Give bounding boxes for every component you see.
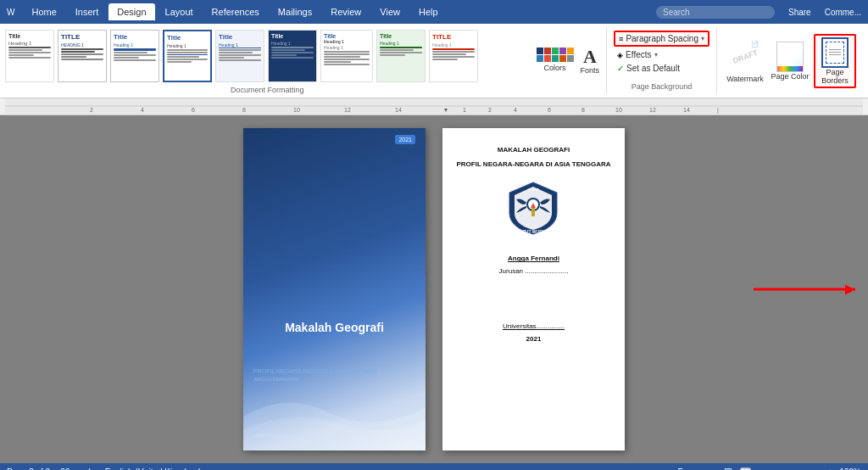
- search-input[interactable]: [656, 6, 775, 19]
- status-bar: Page 2 of 2 26 words English (United Kin…: [0, 463, 868, 470]
- zoom-out-button[interactable]: −: [759, 467, 764, 471]
- theme-thumb-1[interactable]: Title Heading 1: [5, 30, 54, 82]
- fonts-button[interactable]: A Fonts: [577, 48, 600, 75]
- page-info: Page 2 of 2: [7, 467, 50, 471]
- theme-thumbnails: Title Heading 1 TITLE HEADING: [5, 27, 530, 84]
- page-background-group: DRAFT 📄 Watermark Page Color: [717, 27, 863, 94]
- effects-label: Effects: [626, 50, 651, 59]
- tab-view[interactable]: View: [371, 3, 409, 20]
- svg-text:6: 6: [192, 107, 195, 113]
- inner-university: Universitas...............: [503, 322, 565, 330]
- page-color-label: Page Color: [771, 72, 809, 81]
- theme-thumb-2[interactable]: TITLE HEADING 1: [58, 30, 107, 82]
- cover-main-title: Makalah Geografi: [253, 321, 415, 334]
- ruler: 2 4 6 8 10 12 14 ▼ 1 2 4 6 8 10 12 14 |: [0, 98, 868, 115]
- tab-layout[interactable]: Layout: [157, 3, 202, 20]
- theme-thumb-3[interactable]: Title Heading 1: [110, 30, 159, 82]
- theme-thumb-4[interactable]: Title Heading 1: [163, 30, 212, 82]
- svg-text:14: 14: [683, 107, 690, 113]
- doc-formatting-label: Document Formatting: [5, 86, 530, 94]
- svg-text:8: 8: [581, 107, 585, 113]
- tab-home[interactable]: Home: [23, 3, 64, 20]
- paragraph-spacing-highlighted[interactable]: ≡ Paragraph Spacing ▾: [614, 31, 709, 47]
- page-cover: 2021 Makalah Geografi PROFIL NEGARA-NEGA…: [243, 128, 426, 450]
- page-borders-label: Page Borders: [817, 68, 853, 85]
- inner-content: MAKALAH GEOGRAFI PROFIL NEGARA-NEGARA DI…: [442, 128, 625, 360]
- app-window: W Home Insert Design Layout References M…: [0, 0, 868, 470]
- share-button[interactable]: Share: [780, 3, 820, 21]
- svg-text:12: 12: [649, 107, 656, 113]
- svg-text:★ ★ ★: ★ ★ ★: [527, 187, 541, 192]
- tab-references[interactable]: References: [203, 3, 268, 20]
- comments-button[interactable]: Comme...: [825, 8, 861, 17]
- svg-text:10: 10: [293, 107, 300, 113]
- svg-text:2: 2: [90, 107, 93, 113]
- effects-button[interactable]: ◈ Effects ▾: [614, 49, 709, 60]
- fonts-label: Fonts: [581, 66, 600, 75]
- checkmark-icon: ✓: [617, 64, 624, 73]
- page-background-label: Page Background: [614, 82, 709, 91]
- svg-text:12: 12: [344, 107, 351, 113]
- theme-thumb-7[interactable]: Title Heading 1 Heading 1: [320, 30, 373, 82]
- language-indicator: English (United Kingdom): [105, 467, 201, 471]
- set-default-button[interactable]: ✓ Set as Default: [614, 63, 709, 74]
- theme-thumb-6[interactable]: Title Heading 1: [268, 30, 317, 82]
- set-default-label: Set as Default: [626, 64, 680, 73]
- colors-button[interactable]: Colors: [537, 48, 574, 75]
- svg-text:4: 4: [514, 107, 517, 113]
- inner-author-name: Angga Fernandi: [508, 255, 559, 262]
- theme-thumb-5[interactable]: Title Heading 1: [215, 30, 264, 82]
- svg-text:▼: ▼: [443, 107, 449, 113]
- svg-text:2: 2: [488, 107, 492, 113]
- ruler-marks-svg: 2 4 6 8 10 12 14 ▼ 1 2 4 6 8 10 12 14 |: [5, 99, 863, 115]
- focus-label[interactable]: Focus: [678, 467, 701, 471]
- watermark-label: Watermark: [726, 75, 764, 83]
- page-borders-button[interactable]: Page Borders: [814, 34, 856, 88]
- svg-text:1: 1: [463, 107, 466, 113]
- cover-subtitle1: PROFIL NEGARA-NEGARA ASIA TENGGARA: [253, 368, 415, 374]
- cover-subtitle2: ANGGA FERNANDI: [253, 377, 415, 382]
- theme-thumb-9[interactable]: TITLE Heading 1: [429, 30, 478, 82]
- word-count: 26 words: [60, 467, 95, 471]
- status-bar-right: Focus ▭ ⊞ 📖 − + 100%: [678, 466, 862, 470]
- ribbon-content-area: Title Heading 1 TITLE HEADING: [0, 24, 868, 98]
- page-inner: MAKALAH GEOGRAFI PROFIL NEGARA-NEGARA DI…: [442, 128, 625, 450]
- svg-text:TUT WURI: TUT WURI: [523, 229, 544, 234]
- tab-design[interactable]: Design: [108, 3, 154, 20]
- zoom-level: 100%: [839, 467, 861, 471]
- effects-dropdown-icon: ▾: [654, 51, 658, 59]
- inner-year: 2021: [526, 335, 542, 343]
- svg-text:8: 8: [242, 107, 246, 113]
- watermark-button[interactable]: DRAFT 📄 Watermark: [724, 39, 766, 83]
- svg-text:6: 6: [548, 107, 551, 113]
- ribbon-content: Title Heading 1 TITLE HEADING: [0, 24, 868, 98]
- colors-label: Colors: [544, 64, 566, 72]
- effects-icon: ◈: [617, 51, 623, 59]
- theme-thumb-8[interactable]: Title Heading 1: [376, 30, 426, 82]
- read-mode-button[interactable]: 📖: [739, 466, 752, 470]
- school-logo: ★ ★ ★ TUT WURI: [506, 181, 561, 236]
- print-layout-button[interactable]: ▭: [708, 466, 717, 470]
- web-layout-button[interactable]: ⊞: [724, 466, 732, 470]
- paragraph-spacing-label: Paragraph Spacing: [626, 34, 698, 43]
- svg-text:4: 4: [141, 107, 144, 113]
- arrow-annotation: [754, 288, 855, 291]
- document-formatting-group: Title Heading 1 TITLE HEADING: [5, 27, 530, 94]
- tab-help[interactable]: Help: [410, 3, 447, 20]
- svg-text:14: 14: [395, 107, 402, 113]
- tab-insert[interactable]: Insert: [67, 3, 108, 20]
- tab-review[interactable]: Review: [322, 3, 370, 20]
- paragraph-spacing-icon: ≡: [619, 35, 623, 43]
- svg-text:|: |: [717, 107, 719, 114]
- ribbon-tabs-bar: W Home Insert Design Layout References M…: [0, 0, 868, 24]
- inner-title-line1: MAKALAH GEOGRAFI: [498, 145, 570, 154]
- document-area: 2021 Makalah Geografi PROFIL NEGARA-NEGA…: [0, 115, 868, 463]
- cover-wave-decoration: [243, 383, 426, 450]
- inner-jurusan: Jurusan .......................: [499, 267, 569, 275]
- page-color-button[interactable]: Page Color: [770, 42, 810, 81]
- cover-content: 2021 Makalah Geografi PROFIL NEGARA-NEGA…: [243, 128, 426, 450]
- zoom-in-button[interactable]: +: [828, 467, 833, 471]
- svg-rect-20: [531, 208, 535, 216]
- tab-mailings[interactable]: Mailings: [270, 3, 320, 20]
- colors-fonts-group: Colors A Fonts: [530, 27, 608, 94]
